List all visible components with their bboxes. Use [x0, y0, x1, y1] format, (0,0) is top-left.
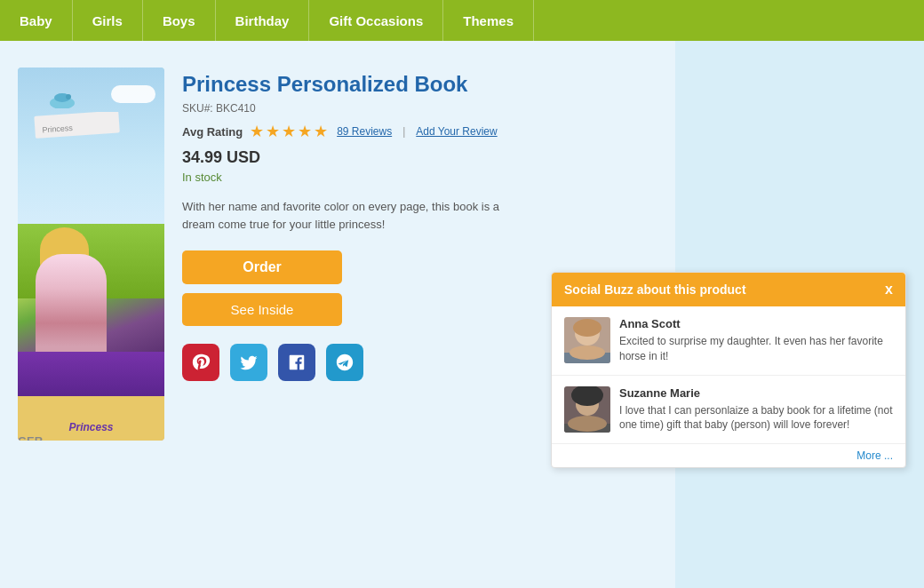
buzz-name-2: Suzanne Marie	[619, 386, 893, 400]
buzz-item-1: Anna Scott Excited to surprise my daught…	[552, 306, 905, 376]
product-image: Princess Princess	[18, 68, 164, 441]
rating-label: Avg Rating	[182, 125, 243, 139]
svg-point-2	[66, 94, 71, 99]
nav-item-gift-occasions[interactable]: Gift Occasions	[309, 0, 443, 41]
rating-row: Avg Rating ★★★★★ 89 Reviews | Add Your R…	[182, 122, 906, 141]
telegram-share-button[interactable]	[326, 344, 363, 381]
buzz-content-1: Anna Scott Excited to surprise my daught…	[619, 317, 893, 364]
main-content: Princess Princess GER Princess Personali…	[0, 41, 924, 458]
review-count-link[interactable]: 89 Reviews	[337, 125, 392, 138]
ger-label: GER	[18, 434, 43, 441]
nav-item-girls[interactable]: Girls	[73, 0, 143, 41]
nav-bar: Baby Girls Boys Birthday Gift Occasions …	[0, 0, 924, 41]
product-image-container: Princess Princess GER	[18, 68, 164, 441]
twitter-icon	[239, 353, 259, 372]
buzz-text-1: Excited to surprise my daughter. It even…	[619, 334, 893, 364]
product-title: Princess Personalized Book	[182, 72, 906, 97]
book-bird-decoration	[49, 92, 76, 108]
social-buzz-title: Social Buzz about this product	[564, 282, 746, 297]
anna-avatar-image	[564, 317, 610, 363]
star-rating: ★★★★★	[250, 122, 330, 141]
review-separator: |	[402, 125, 405, 138]
buzz-more-link[interactable]: More ...	[552, 444, 905, 467]
product-stock: In stock	[182, 171, 906, 184]
nav-item-birthday[interactable]: Birthday	[216, 0, 310, 41]
svg-point-14	[568, 416, 607, 432]
pinterest-icon	[191, 353, 211, 372]
facebook-icon	[287, 353, 307, 372]
nav-item-baby[interactable]: Baby	[0, 0, 73, 41]
book-label-text: Princess	[18, 421, 164, 433]
product-price: 34.99 USD	[182, 148, 906, 167]
twitter-share-button[interactable]	[230, 344, 267, 381]
book-banner-decoration: Princess	[34, 112, 123, 143]
social-buzz-panel: Social Buzz about this product x Anna Sc…	[551, 272, 906, 468]
facebook-share-button[interactable]	[278, 344, 315, 381]
suzanne-avatar-image	[564, 386, 610, 433]
order-button[interactable]: Order	[182, 250, 342, 284]
nav-item-themes[interactable]: Themes	[443, 0, 534, 41]
buzz-text-2: I love that I can personlaize a baby boo…	[619, 403, 893, 433]
product-description: With her name and favorite color on ever…	[182, 198, 520, 233]
nav-item-boys[interactable]: Boys	[143, 0, 216, 41]
buzz-item-2: Suzanne Marie I love that I can personla…	[552, 376, 905, 445]
buzz-avatar-1	[564, 317, 610, 363]
buzz-avatar-2	[564, 386, 610, 433]
social-buzz-close-button[interactable]: x	[885, 282, 893, 298]
product-sku: SKU#: BKC410	[182, 102, 906, 115]
telegram-icon	[335, 353, 354, 372]
see-inside-button[interactable]: See Inside	[182, 293, 342, 326]
buzz-content-2: Suzanne Marie I love that I can personla…	[619, 386, 893, 433]
pinterest-share-button[interactable]	[182, 344, 219, 381]
add-review-link[interactable]: Add Your Review	[416, 125, 497, 138]
svg-point-9	[570, 346, 605, 360]
svg-point-7	[573, 319, 601, 337]
buzz-name-1: Anna Scott	[619, 317, 893, 330]
social-buzz-header: Social Buzz about this product x	[552, 273, 905, 306]
